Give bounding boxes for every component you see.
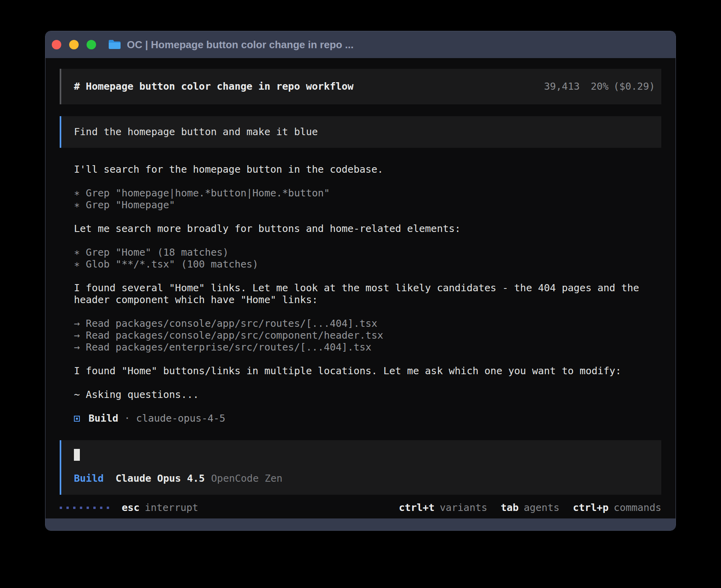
user-message-text: Find the homepage button and make it blu… xyxy=(74,126,318,138)
titlebar[interactable]: OC | Homepage button color change in rep… xyxy=(45,31,676,58)
text-cursor xyxy=(74,449,80,461)
shortcut-label: variants xyxy=(440,502,487,514)
input-footer: Build Claude Opus 4.5 OpenCode Zen xyxy=(74,473,649,484)
shortcut-key: tab xyxy=(501,502,519,514)
agent-info-line: Build · claude-opus-4-5 xyxy=(74,413,661,424)
model-label[interactable]: Claude Opus 4.5 xyxy=(115,473,205,484)
square-dot-icon xyxy=(74,416,80,422)
token-count: 39,413 xyxy=(544,81,579,92)
tool-call-grep: ∗ Grep "homepage|home.*button|Home.*butt… xyxy=(74,187,661,199)
working-status-text: ~ Asking questions... xyxy=(74,389,661,401)
maximize-button[interactable] xyxy=(87,40,96,49)
close-button[interactable] xyxy=(52,40,61,49)
tool-call-grep: ∗ Grep "Home" (18 matches) xyxy=(74,247,661,258)
user-message: Find the homepage button and make it blu… xyxy=(60,116,661,148)
shortcut-label: commands xyxy=(614,502,661,514)
assistant-message: Let me search more broadly for buttons a… xyxy=(74,223,661,235)
separator-dot: · xyxy=(124,413,130,424)
shortcut-label-interrupt: interrupt xyxy=(145,502,198,514)
context-percentage: 20% xyxy=(591,81,608,92)
minimize-button[interactable] xyxy=(69,40,79,49)
tool-call-group: → Read packages/console/app/src/routes/[… xyxy=(74,318,661,353)
folder-icon xyxy=(108,39,121,50)
shortcut-label: agents xyxy=(524,502,559,514)
traffic-lights xyxy=(52,40,96,49)
shortcut-variants[interactable]: ctrl+t variants xyxy=(399,502,487,514)
status-bar: esc interrupt ctrl+t variants tab agents… xyxy=(60,502,661,514)
assistant-message: I'll search for the homepage button in t… xyxy=(74,164,661,175)
status-right: ctrl+t variants tab agents ctrl+p comman… xyxy=(399,502,661,514)
terminal-content: # Homepage button color change in repo w… xyxy=(45,58,676,518)
agent-model: claude-opus-4-5 xyxy=(136,413,225,424)
assistant-message: I found several "Home" links. Let me loo… xyxy=(74,282,661,306)
session-title: # Homepage button color change in repo w… xyxy=(74,81,353,92)
session-header: # Homepage button color change in repo w… xyxy=(60,69,661,104)
tool-call-read: → Read packages/console/app/src/componen… xyxy=(74,330,661,341)
prompt-input[interactable]: Build Claude Opus 4.5 OpenCode Zen xyxy=(60,440,661,495)
tool-call-read: → Read packages/enterprise/src/routes/[.… xyxy=(74,341,661,353)
working-spinner-icon xyxy=(60,507,109,509)
window-footer xyxy=(45,518,676,530)
session-stats: 39,413 20% ($0.29) xyxy=(544,81,655,92)
shortcut-key-esc[interactable]: esc xyxy=(122,502,140,514)
terminal-window: OC | Homepage button color change in rep… xyxy=(45,31,676,531)
tool-call-group: ∗ Grep "Home" (18 matches) ∗ Glob "**/*.… xyxy=(74,247,661,270)
status-left: esc interrupt xyxy=(60,502,198,514)
tool-call-glob: ∗ Glob "**/*.tsx" (100 matches) xyxy=(74,258,661,270)
conversation-transcript: I'll search for the homepage button in t… xyxy=(74,164,661,424)
shortcut-agents[interactable]: tab agents xyxy=(501,502,559,514)
tool-call-read: → Read packages/console/app/src/routes/[… xyxy=(74,318,661,330)
session-cost: ($0.29) xyxy=(613,81,655,92)
assistant-message: I found "Home" buttons/links in multiple… xyxy=(74,365,661,377)
window-title: OC | Homepage button color change in rep… xyxy=(127,39,354,51)
shortcut-key: ctrl+p xyxy=(573,502,608,514)
agent-name: Build xyxy=(89,413,118,424)
tool-call-group: ∗ Grep "homepage|home.*button|Home.*butt… xyxy=(74,187,661,211)
tool-call-grep: ∗ Grep "Homepage" xyxy=(74,199,661,211)
shortcut-commands[interactable]: ctrl+p commands xyxy=(573,502,661,514)
shortcut-key: ctrl+t xyxy=(399,502,434,514)
agent-mode-label[interactable]: Build xyxy=(74,473,104,484)
provider-label: OpenCode Zen xyxy=(211,473,283,484)
